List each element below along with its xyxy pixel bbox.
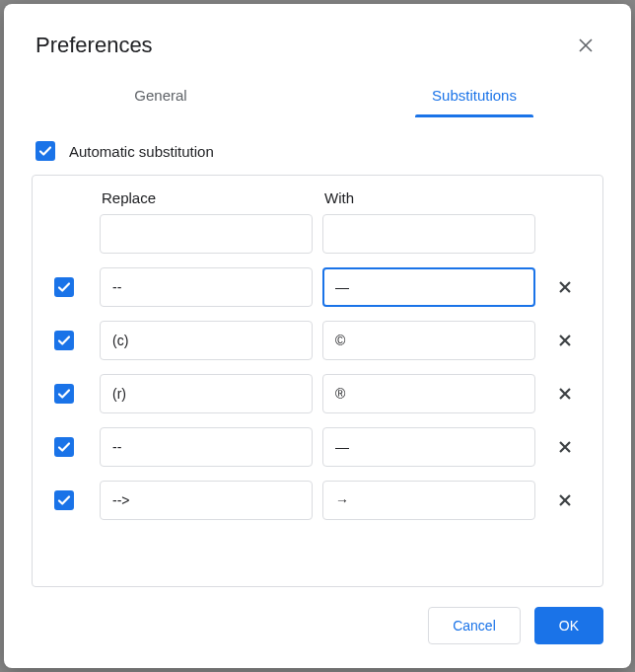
column-spacer-left	[50, 189, 90, 206]
automatic-substitution-label: Automatic substitution	[69, 143, 214, 160]
row-checkbox-cell	[50, 384, 90, 404]
row-checkbox-cell	[50, 331, 90, 350]
checkmark-icon	[57, 440, 71, 454]
cancel-button[interactable]: Cancel	[428, 607, 521, 644]
replace-input[interactable]	[100, 481, 313, 520]
tab-substitutions[interactable]: Substitutions	[318, 75, 631, 117]
checkmark-icon	[57, 493, 71, 507]
row-enabled-checkbox[interactable]	[54, 277, 74, 297]
remove-icon	[559, 441, 571, 453]
table-row	[50, 321, 585, 360]
row-checkbox-cell	[50, 437, 90, 457]
with-input[interactable]	[322, 267, 535, 307]
column-header-replace: Replace	[100, 189, 313, 206]
substitutions-scroll[interactable]: Replace With	[33, 176, 602, 586]
row-enabled-checkbox[interactable]	[54, 331, 74, 350]
table-row	[50, 427, 585, 467]
remove-row-button[interactable]	[551, 486, 579, 514]
tabs: General Substitutions	[4, 75, 631, 117]
remove-icon	[559, 335, 571, 346]
dialog-footer: Cancel OK	[4, 587, 631, 668]
row-remove-cell	[545, 273, 585, 301]
remove-icon	[559, 388, 571, 400]
close-button[interactable]	[568, 28, 603, 63]
remove-icon	[559, 494, 571, 506]
with-input[interactable]	[322, 427, 535, 467]
remove-row-button[interactable]	[551, 433, 579, 461]
row-checkbox-cell	[50, 277, 90, 297]
replace-input[interactable]	[100, 427, 313, 467]
checkmark-icon	[38, 144, 52, 158]
automatic-substitution-row: Automatic substitution	[32, 137, 603, 175]
substitutions-table: Replace With	[32, 175, 603, 587]
column-headers: Replace With	[50, 189, 585, 206]
table-row	[50, 374, 585, 413]
checkmark-icon	[57, 280, 71, 294]
row-enabled-checkbox[interactable]	[54, 437, 74, 457]
column-spacer-right	[545, 189, 585, 206]
replace-input[interactable]	[100, 214, 313, 254]
replace-input[interactable]	[100, 374, 313, 413]
remove-icon	[559, 281, 571, 293]
row-remove-cell	[545, 380, 585, 408]
checkmark-icon	[57, 387, 71, 401]
ok-button[interactable]: OK	[534, 607, 603, 644]
table-row	[50, 214, 585, 254]
dialog-body: Automatic substitution Replace With	[4, 117, 631, 587]
remove-row-button[interactable]	[551, 273, 579, 301]
table-row	[50, 267, 585, 307]
row-remove-cell	[545, 327, 585, 354]
dialog-header: Preferences	[4, 4, 631, 75]
replace-input[interactable]	[100, 321, 313, 360]
row-checkbox-cell	[50, 490, 90, 510]
checkmark-icon	[57, 334, 71, 347]
automatic-substitution-checkbox[interactable]	[35, 141, 55, 161]
table-row	[50, 481, 585, 520]
row-enabled-checkbox[interactable]	[54, 384, 74, 404]
replace-input[interactable]	[100, 267, 313, 307]
dialog-title: Preferences	[35, 33, 153, 58]
with-input[interactable]	[322, 481, 535, 520]
row-remove-cell	[545, 433, 585, 461]
remove-row-button[interactable]	[551, 327, 579, 354]
tab-general[interactable]: General	[4, 75, 318, 117]
with-input[interactable]	[322, 374, 535, 413]
with-input[interactable]	[322, 321, 535, 360]
row-remove-cell	[545, 486, 585, 514]
with-input[interactable]	[322, 214, 535, 254]
close-icon	[578, 37, 594, 53]
remove-row-button[interactable]	[551, 380, 579, 408]
column-header-with: With	[322, 189, 535, 206]
preferences-dialog: Preferences General Substitutions Automa…	[4, 4, 631, 668]
row-enabled-checkbox[interactable]	[54, 490, 74, 510]
